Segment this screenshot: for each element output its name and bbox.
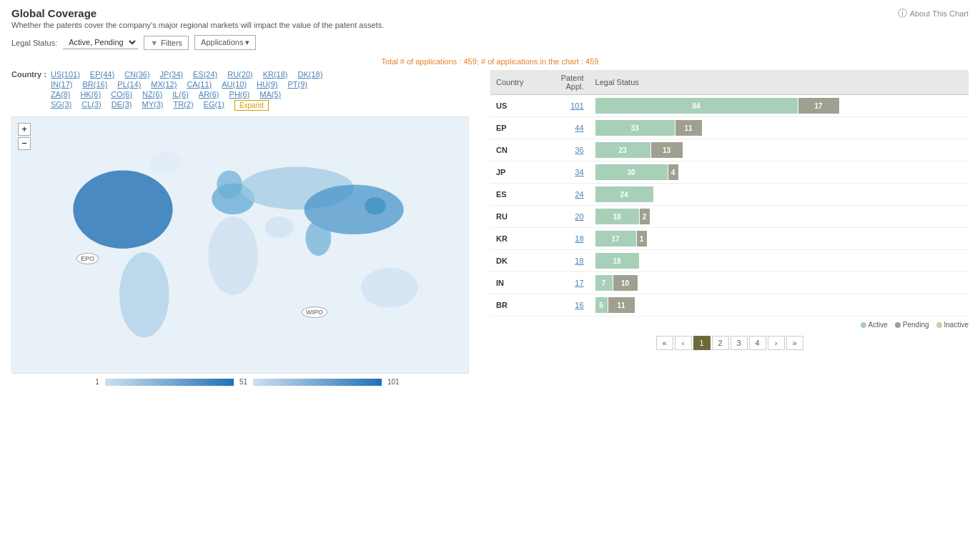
th-legal-status: Legal Status xyxy=(590,70,969,95)
country-link-cn[interactable]: CN(36) xyxy=(124,70,149,79)
info-icon: ⓘ xyxy=(898,7,907,20)
bar-pending: 11 xyxy=(675,120,702,136)
bar-pending: 17 xyxy=(798,98,839,114)
table-row: EP 44 33 11 xyxy=(490,117,969,139)
expand-button[interactable]: Expand xyxy=(234,100,269,111)
about-chart-link[interactable]: ⓘ About This Chart xyxy=(898,7,969,20)
zoom-in-button[interactable]: + xyxy=(18,123,31,136)
country-link-kr[interactable]: KR(18) xyxy=(263,70,288,79)
country-link-dk[interactable]: DK(18) xyxy=(298,70,323,79)
table-row: BR 16 5 11 xyxy=(490,294,969,317)
row-bar-br: 5 11 xyxy=(590,294,969,317)
country-link-ma[interactable]: MA(5) xyxy=(259,90,281,99)
next-page-button[interactable]: › xyxy=(768,336,785,350)
page-2-button[interactable]: 2 xyxy=(712,336,729,350)
world-map[interactable]: + − xyxy=(11,116,469,374)
country-link-in[interactable]: IN(17) xyxy=(51,80,73,89)
country-link-ph[interactable]: PH(6) xyxy=(229,90,250,99)
pending-dot xyxy=(895,322,901,328)
page-1-button[interactable]: 1 xyxy=(693,336,711,350)
svg-point-5 xyxy=(73,171,172,249)
first-page-button[interactable]: « xyxy=(656,336,673,350)
row-country-us: US xyxy=(490,95,542,117)
row-appl-es: 24 xyxy=(542,184,589,206)
row-appl-cn: 36 xyxy=(542,139,589,161)
country-link-es[interactable]: ES(24) xyxy=(193,70,217,79)
epo-label[interactable]: EPO xyxy=(76,253,99,264)
wipo-label[interactable]: WIPO xyxy=(302,307,327,318)
appl-link-br[interactable]: 16 xyxy=(575,301,583,309)
country-link-co[interactable]: CO(6) xyxy=(111,90,132,99)
page-3-button[interactable]: 3 xyxy=(731,336,748,350)
country-link-hu[interactable]: HU(9) xyxy=(257,80,277,89)
filter-button[interactable]: ▼ Filters xyxy=(144,36,189,50)
appl-link-dk[interactable]: 18 xyxy=(575,256,583,265)
appl-link-ep[interactable]: 44 xyxy=(575,124,583,132)
country-link-ru[interactable]: RU(20) xyxy=(227,70,252,79)
country-link-us[interactable]: US(101) xyxy=(51,70,80,79)
country-link-nz[interactable]: NZ(6) xyxy=(142,90,162,99)
country-link-eg[interactable]: EG(1) xyxy=(204,100,224,111)
country-link-pt[interactable]: PT(9) xyxy=(287,80,307,89)
country-link-br[interactable]: BR(16) xyxy=(82,80,107,89)
table-header-row: Country Patent Appl. Legal Status xyxy=(490,70,969,95)
bar-pending: 2 xyxy=(640,209,650,224)
about-chart-label: About This Chart xyxy=(910,9,969,18)
row-bar-us: 84 17 xyxy=(590,95,969,117)
active-label: Active xyxy=(868,321,888,329)
inactive-dot xyxy=(936,322,942,328)
row-country-kr: KR xyxy=(490,228,542,250)
prev-page-button[interactable]: ‹ xyxy=(675,336,692,350)
legal-status-dropdown[interactable]: Active, Pending Active Pending Inactive xyxy=(63,36,138,49)
legend-gradient2 xyxy=(253,379,382,386)
zoom-out-button[interactable]: − xyxy=(18,137,31,150)
country-link-hk[interactable]: HK(6) xyxy=(80,90,101,99)
legend-mid: 51 xyxy=(239,378,247,386)
appl-link-ru[interactable]: 20 xyxy=(575,212,583,221)
bar-active: 18 xyxy=(595,253,639,269)
zoom-controls: + − xyxy=(18,123,31,150)
row-bar-cn: 23 13 xyxy=(590,139,969,161)
left-panel: Country : US(101) EP(44) CN(36) JP(34) E… xyxy=(11,70,483,386)
country-link-ar[interactable]: AR(6) xyxy=(199,90,219,99)
row-country-ru: RU xyxy=(490,206,542,228)
country-link-au[interactable]: AU(10) xyxy=(222,80,247,89)
table-legend: Active Pending Inactive xyxy=(490,321,969,329)
appl-link-jp[interactable]: 34 xyxy=(575,168,583,176)
applications-button[interactable]: Applications ▾ xyxy=(194,35,256,50)
country-link-pl[interactable]: PL(14) xyxy=(117,80,141,89)
row-appl-kr: 18 xyxy=(542,228,589,250)
table-row: ES 24 24 xyxy=(490,184,969,206)
svg-point-12 xyxy=(217,171,242,199)
row-country-br: BR xyxy=(490,294,542,317)
appl-link-kr[interactable]: 18 xyxy=(575,234,583,243)
row-bar-ep: 33 11 xyxy=(590,117,969,139)
filter-icon: ▼ xyxy=(150,39,158,47)
map-legend: 1 51 101 xyxy=(11,378,483,386)
appl-link-es[interactable]: 24 xyxy=(575,190,583,199)
bar-active: 24 xyxy=(595,186,653,202)
country-link-tr[interactable]: TR(2) xyxy=(173,100,193,111)
country-link-il[interactable]: IL(6) xyxy=(172,90,189,99)
country-link-de[interactable]: DE(3) xyxy=(112,100,132,111)
row-appl-ep: 44 xyxy=(542,117,589,139)
country-link-my[interactable]: MY(3) xyxy=(142,100,163,111)
bar-active: 7 xyxy=(595,275,613,291)
svg-point-8 xyxy=(305,220,331,256)
page-4-button[interactable]: 4 xyxy=(749,336,766,350)
appl-link-us[interactable]: 101 xyxy=(570,101,583,110)
appl-link-in[interactable]: 17 xyxy=(575,279,583,287)
country-link-cl[interactable]: CL(3) xyxy=(81,100,102,111)
country-link-za[interactable]: ZA(8) xyxy=(51,90,71,99)
appl-link-cn[interactable]: 36 xyxy=(575,146,583,154)
country-link-sg[interactable]: SG(3) xyxy=(51,100,71,111)
active-dot xyxy=(861,322,866,328)
country-link-jp[interactable]: JP(34) xyxy=(160,70,183,79)
bar-pending: 10 xyxy=(613,275,638,291)
country-link-ca[interactable]: CA(11) xyxy=(187,80,212,89)
country-link-ep[interactable]: EP(44) xyxy=(90,70,114,79)
country-link-mx[interactable]: MX(12) xyxy=(151,80,177,89)
table-row: KR 18 17 1 xyxy=(490,228,969,250)
last-page-button[interactable]: » xyxy=(786,336,803,350)
row-country-jp: JP xyxy=(490,161,542,184)
